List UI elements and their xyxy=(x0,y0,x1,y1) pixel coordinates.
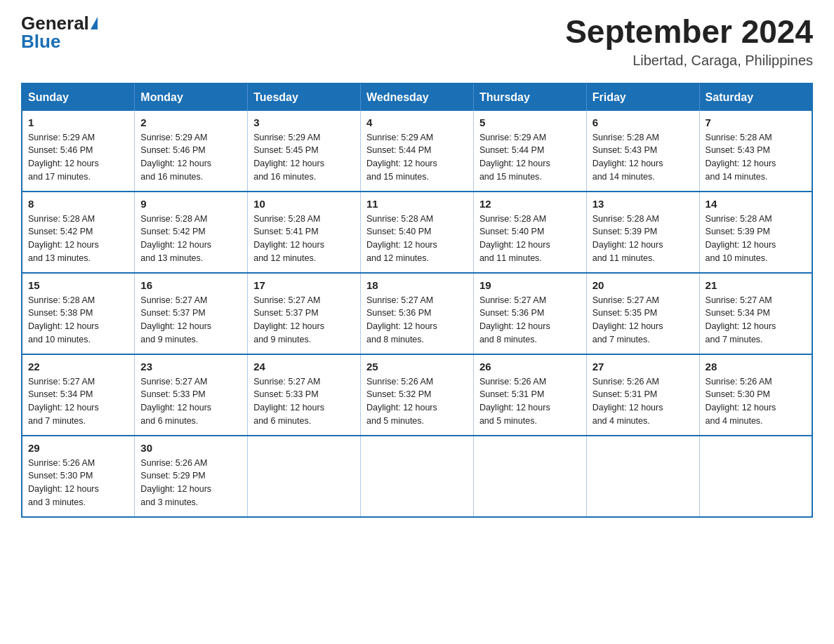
calendar-cell: 30 Sunrise: 5:26 AMSunset: 5:29 PMDaylig… xyxy=(135,436,248,517)
day-info: Sunrise: 5:29 AMSunset: 5:46 PMDaylight:… xyxy=(140,131,241,184)
day-number: 20 xyxy=(593,279,694,291)
day-info: Sunrise: 5:28 AMSunset: 5:39 PMDaylight:… xyxy=(706,213,806,265)
day-number: 4 xyxy=(366,116,468,128)
calendar-cell: 28 Sunrise: 5:26 AMSunset: 5:30 PMDaylig… xyxy=(699,354,812,436)
calendar-cell: 15 Sunrise: 5:28 AMSunset: 5:38 PMDaylig… xyxy=(22,273,135,354)
day-number: 22 xyxy=(28,361,128,373)
day-number: 30 xyxy=(140,442,241,454)
logo: General Blue xyxy=(21,14,98,51)
calendar-cell xyxy=(361,436,474,517)
calendar-cell: 4 Sunrise: 5:29 AMSunset: 5:44 PMDayligh… xyxy=(361,111,474,192)
day-number: 9 xyxy=(140,198,241,210)
calendar-cell: 9 Sunrise: 5:28 AMSunset: 5:42 PMDayligh… xyxy=(135,192,248,273)
weekday-header-saturday: Saturday xyxy=(699,83,812,111)
calendar-cell: 2 Sunrise: 5:29 AMSunset: 5:46 PMDayligh… xyxy=(135,111,248,192)
day-info: Sunrise: 5:26 AMSunset: 5:30 PMDaylight:… xyxy=(706,375,806,428)
day-number: 23 xyxy=(140,361,241,373)
calendar-cell: 20 Sunrise: 5:27 AMSunset: 5:35 PMDaylig… xyxy=(586,273,699,354)
day-number: 6 xyxy=(593,116,694,128)
day-info: Sunrise: 5:27 AMSunset: 5:36 PMDaylight:… xyxy=(479,294,581,347)
calendar-cell: 25 Sunrise: 5:26 AMSunset: 5:32 PMDaylig… xyxy=(361,354,474,436)
page-header: General Blue September 2024 Libertad, Ca… xyxy=(21,14,813,69)
day-info: Sunrise: 5:28 AMSunset: 5:42 PMDaylight:… xyxy=(28,213,128,265)
day-info: Sunrise: 5:27 AMSunset: 5:33 PMDaylight:… xyxy=(140,375,241,428)
day-number: 28 xyxy=(706,361,806,373)
day-number: 8 xyxy=(28,198,128,210)
day-info: Sunrise: 5:26 AMSunset: 5:31 PMDaylight:… xyxy=(593,375,694,428)
calendar-cell xyxy=(473,436,586,517)
calendar-cell: 23 Sunrise: 5:27 AMSunset: 5:33 PMDaylig… xyxy=(135,354,248,436)
day-number: 14 xyxy=(706,198,806,210)
calendar-table: SundayMondayTuesdayWednesdayThursdayFrid… xyxy=(21,83,813,518)
calendar-cell: 27 Sunrise: 5:26 AMSunset: 5:31 PMDaylig… xyxy=(586,354,699,436)
day-number: 17 xyxy=(253,279,355,291)
day-info: Sunrise: 5:29 AMSunset: 5:45 PMDaylight:… xyxy=(253,131,355,184)
day-number: 12 xyxy=(479,198,581,210)
weekday-header-thursday: Thursday xyxy=(473,83,586,111)
calendar-cell xyxy=(586,436,699,517)
day-number: 3 xyxy=(253,116,355,128)
day-info: Sunrise: 5:28 AMSunset: 5:43 PMDaylight:… xyxy=(593,131,694,184)
day-number: 29 xyxy=(28,442,128,454)
day-info: Sunrise: 5:28 AMSunset: 5:41 PMDaylight:… xyxy=(253,213,355,265)
calendar-cell: 11 Sunrise: 5:28 AMSunset: 5:40 PMDaylig… xyxy=(361,192,474,273)
logo-blue: Blue xyxy=(21,32,60,51)
day-info: Sunrise: 5:27 AMSunset: 5:35 PMDaylight:… xyxy=(593,294,694,347)
title-block: September 2024 Libertad, Caraga, Philipp… xyxy=(565,14,813,69)
day-info: Sunrise: 5:28 AMSunset: 5:40 PMDaylight:… xyxy=(479,213,581,265)
day-info: Sunrise: 5:28 AMSunset: 5:43 PMDaylight:… xyxy=(706,131,806,184)
calendar-cell: 26 Sunrise: 5:26 AMSunset: 5:31 PMDaylig… xyxy=(473,354,586,436)
calendar-week-row: 15 Sunrise: 5:28 AMSunset: 5:38 PMDaylig… xyxy=(22,273,812,354)
day-info: Sunrise: 5:27 AMSunset: 5:37 PMDaylight:… xyxy=(140,294,241,347)
calendar-cell xyxy=(699,436,812,517)
calendar-cell: 22 Sunrise: 5:27 AMSunset: 5:34 PMDaylig… xyxy=(22,354,135,436)
calendar-week-row: 22 Sunrise: 5:27 AMSunset: 5:34 PMDaylig… xyxy=(22,354,812,436)
calendar-week-row: 8 Sunrise: 5:28 AMSunset: 5:42 PMDayligh… xyxy=(22,192,812,273)
weekday-header-friday: Friday xyxy=(586,83,699,111)
calendar-location: Libertad, Caraga, Philippines xyxy=(565,53,813,69)
calendar-week-row: 1 Sunrise: 5:29 AMSunset: 5:46 PMDayligh… xyxy=(22,111,812,192)
day-number: 25 xyxy=(366,361,468,373)
day-info: Sunrise: 5:27 AMSunset: 5:34 PMDaylight:… xyxy=(706,294,806,347)
day-info: Sunrise: 5:28 AMSunset: 5:38 PMDaylight:… xyxy=(28,294,128,347)
weekday-header-monday: Monday xyxy=(135,83,248,111)
day-number: 2 xyxy=(140,116,241,128)
day-info: Sunrise: 5:27 AMSunset: 5:37 PMDaylight:… xyxy=(253,294,355,347)
weekday-header-tuesday: Tuesday xyxy=(248,83,361,111)
day-info: Sunrise: 5:26 AMSunset: 5:32 PMDaylight:… xyxy=(366,375,468,428)
day-info: Sunrise: 5:28 AMSunset: 5:42 PMDaylight:… xyxy=(140,213,241,265)
calendar-cell: 14 Sunrise: 5:28 AMSunset: 5:39 PMDaylig… xyxy=(699,192,812,273)
day-number: 24 xyxy=(253,361,355,373)
calendar-title: September 2024 xyxy=(565,14,813,50)
calendar-cell: 3 Sunrise: 5:29 AMSunset: 5:45 PMDayligh… xyxy=(248,111,361,192)
calendar-cell: 8 Sunrise: 5:28 AMSunset: 5:42 PMDayligh… xyxy=(22,192,135,273)
day-number: 27 xyxy=(593,361,694,373)
day-info: Sunrise: 5:26 AMSunset: 5:31 PMDaylight:… xyxy=(479,375,581,428)
day-number: 10 xyxy=(253,198,355,210)
day-number: 26 xyxy=(479,361,581,373)
calendar-cell: 1 Sunrise: 5:29 AMSunset: 5:46 PMDayligh… xyxy=(22,111,135,192)
day-number: 11 xyxy=(366,198,468,210)
calendar-cell: 16 Sunrise: 5:27 AMSunset: 5:37 PMDaylig… xyxy=(135,273,248,354)
calendar-cell: 13 Sunrise: 5:28 AMSunset: 5:39 PMDaylig… xyxy=(586,192,699,273)
day-info: Sunrise: 5:28 AMSunset: 5:39 PMDaylight:… xyxy=(593,213,694,265)
day-number: 21 xyxy=(706,279,806,291)
day-info: Sunrise: 5:27 AMSunset: 5:33 PMDaylight:… xyxy=(253,375,355,428)
calendar-cell: 19 Sunrise: 5:27 AMSunset: 5:36 PMDaylig… xyxy=(473,273,586,354)
weekday-header-wednesday: Wednesday xyxy=(361,83,474,111)
day-info: Sunrise: 5:26 AMSunset: 5:30 PMDaylight:… xyxy=(28,457,128,509)
day-info: Sunrise: 5:29 AMSunset: 5:44 PMDaylight:… xyxy=(366,131,468,184)
calendar-cell: 21 Sunrise: 5:27 AMSunset: 5:34 PMDaylig… xyxy=(699,273,812,354)
calendar-cell: 10 Sunrise: 5:28 AMSunset: 5:41 PMDaylig… xyxy=(248,192,361,273)
calendar-cell xyxy=(248,436,361,517)
day-number: 7 xyxy=(706,116,806,128)
day-number: 19 xyxy=(479,279,581,291)
calendar-week-row: 29 Sunrise: 5:26 AMSunset: 5:30 PMDaylig… xyxy=(22,436,812,517)
day-info: Sunrise: 5:28 AMSunset: 5:40 PMDaylight:… xyxy=(366,213,468,265)
calendar-header-row: SundayMondayTuesdayWednesdayThursdayFrid… xyxy=(22,83,812,111)
day-number: 1 xyxy=(28,116,128,128)
day-number: 15 xyxy=(28,279,128,291)
day-info: Sunrise: 5:27 AMSunset: 5:34 PMDaylight:… xyxy=(28,375,128,428)
day-info: Sunrise: 5:26 AMSunset: 5:29 PMDaylight:… xyxy=(140,457,241,509)
calendar-cell: 7 Sunrise: 5:28 AMSunset: 5:43 PMDayligh… xyxy=(699,111,812,192)
